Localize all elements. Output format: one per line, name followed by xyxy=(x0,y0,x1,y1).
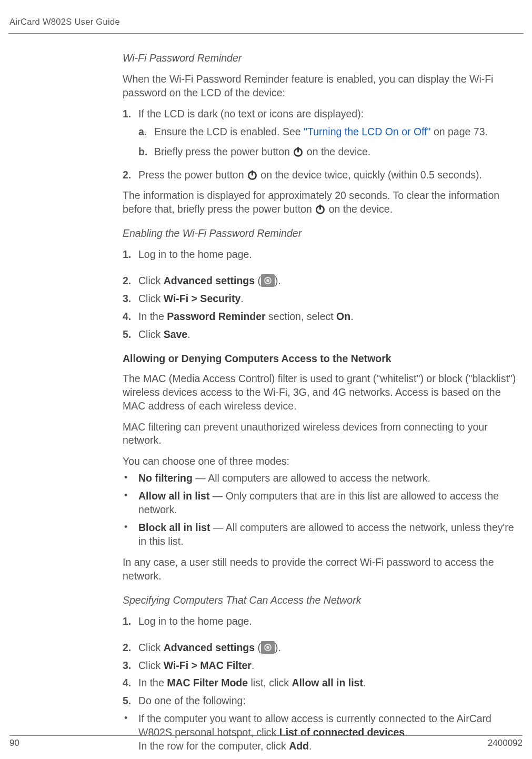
mac-para-1: The MAC (Media Access Control) filter is… xyxy=(123,372,518,413)
intro-para: When the Wi-Fi Password Reminder feature… xyxy=(123,73,518,100)
step-letter: b. xyxy=(138,145,154,159)
ui-label-advanced-settings: Advanced settings xyxy=(164,275,255,286)
enable-step-2: 2. Click Advanced settings (). xyxy=(123,274,518,288)
text: The information is displayed for approxi… xyxy=(123,189,499,215)
spec-step-4: 4. In the MAC Filter Mode list, click Al… xyxy=(123,676,518,690)
step-number: 1. xyxy=(123,248,138,262)
ui-label-password-reminder: Password Reminder xyxy=(167,311,265,322)
text: . xyxy=(252,660,254,671)
step-letter: a. xyxy=(138,125,154,139)
step-text: Click Save. xyxy=(138,328,518,342)
ui-label-mac-filter-mode: MAC Filter Mode xyxy=(167,677,248,688)
note-para: The information is displayed for approxi… xyxy=(123,189,518,216)
text: list, click xyxy=(248,677,292,688)
step-number: 2. xyxy=(123,641,138,655)
mode-label: Block all in list xyxy=(138,522,210,533)
gear-icon xyxy=(261,641,275,654)
section-allow-deny: Allowing or Denying Computers Access to … xyxy=(123,352,518,366)
enable-step-3: 3. Click Wi-Fi > Security. xyxy=(123,292,518,306)
power-icon xyxy=(293,146,304,157)
step-text: Click Advanced settings (). xyxy=(138,641,518,655)
step-number: 4. xyxy=(123,676,138,690)
text: In the xyxy=(138,677,167,688)
header-rule xyxy=(8,33,524,34)
gear-icon xyxy=(261,274,275,287)
bullet-dot: • xyxy=(123,490,138,517)
text: Click xyxy=(138,642,164,653)
mode-allow-all: • Allow all in list — Only computers tha… xyxy=(123,490,518,517)
bullet-dot: • xyxy=(123,521,138,548)
text: on page 73. xyxy=(430,126,487,137)
svg-rect-3 xyxy=(252,170,253,175)
step-text: Do one of the following: xyxy=(138,694,518,708)
step-number: 1. xyxy=(123,107,138,121)
step-text: Log in to the home page. xyxy=(138,248,518,262)
text: . xyxy=(350,311,353,322)
enable-step-5: 5. Click Save. xyxy=(123,328,518,342)
mode-no-filtering: • No filtering — All computers are allow… xyxy=(123,472,518,485)
step-text: If the LCD is dark (no text or icons are… xyxy=(138,107,518,121)
text: Briefly press the power button xyxy=(154,146,293,157)
page-number: 90 xyxy=(9,738,19,748)
text: Click xyxy=(138,328,164,340)
text: Press the power button xyxy=(138,169,247,181)
ui-option-on: On xyxy=(336,311,350,322)
page-footer: 90 2400092 xyxy=(9,735,523,748)
power-icon xyxy=(247,169,258,181)
text: Click xyxy=(138,293,164,304)
link-turning-lcd-on-off[interactable]: "Turning the LCD On or Off" xyxy=(304,126,430,137)
text: ). xyxy=(275,642,281,653)
text: . xyxy=(363,677,366,688)
text: ( xyxy=(255,642,261,653)
spec-step-1: 1. Log in to the home page. xyxy=(123,615,518,628)
text: Click xyxy=(138,275,164,286)
running-header: AirCard W802S User Guide xyxy=(9,17,523,27)
mode-text: No filtering — All computers are allowed… xyxy=(138,472,518,485)
step-text: Log in to the home page. xyxy=(138,615,518,628)
text: — All computers are allowed to access th… xyxy=(193,472,430,484)
page-content: Wi-Fi Password Reminder When the Wi-Fi P… xyxy=(123,52,518,753)
step-1b: b. Briefly press the power button on the… xyxy=(138,145,518,159)
step-number: 2. xyxy=(123,274,138,288)
enable-step-4: 4. In the Password Reminder section, sel… xyxy=(123,310,518,324)
bullet-dot: • xyxy=(123,472,138,485)
step-text: Click Advanced settings (). xyxy=(138,274,518,288)
ui-option-allow-all: Allow all in list xyxy=(292,677,363,688)
mode-block-all: • Block all in list — All computers are … xyxy=(123,521,518,548)
power-icon xyxy=(315,204,326,215)
mac-para-4: In any case, a user still needs to provi… xyxy=(123,556,518,583)
step-text: In the Password Reminder section, select… xyxy=(138,310,518,324)
text: ( xyxy=(255,275,261,286)
text: Ensure the LCD is enabled. See xyxy=(154,126,304,137)
step-number: 3. xyxy=(123,659,138,673)
subhead-wifi-password-reminder: Wi-Fi Password Reminder xyxy=(123,52,518,65)
header-title: AirCard W802S User Guide xyxy=(9,17,120,26)
step-number: 5. xyxy=(123,694,138,708)
step-1: 1. If the LCD is dark (no text or icons … xyxy=(123,107,518,121)
text: on the device. xyxy=(304,146,370,157)
ui-label-advanced-settings: Advanced settings xyxy=(164,642,255,653)
step-text: In the MAC Filter Mode list, click Allow… xyxy=(138,676,518,690)
spec-step-3: 3. Click Wi-Fi > MAC Filter. xyxy=(123,659,518,673)
text: . xyxy=(240,293,243,304)
step-number: 1. xyxy=(123,615,138,628)
mac-para-2: MAC filtering can prevent unauthorized w… xyxy=(123,421,518,448)
ui-path-wifi-security: Wi-Fi > Security xyxy=(164,293,241,304)
step-number: 2. xyxy=(123,168,138,182)
text: ). xyxy=(275,275,281,286)
step-text: Click Wi-Fi > MAC Filter. xyxy=(138,659,518,673)
text: section, select xyxy=(266,311,336,322)
text: In the xyxy=(138,311,167,322)
step-1a: a. Ensure the LCD is enabled. See "Turni… xyxy=(138,125,518,139)
step-text: Ensure the LCD is enabled. See "Turning … xyxy=(154,125,518,139)
step-number: 5. xyxy=(123,328,138,342)
step-text: Click Wi-Fi > Security. xyxy=(138,292,518,306)
mode-text: Allow all in list — Only computers that … xyxy=(138,490,518,517)
mac-para-3: You can choose one of three modes: xyxy=(123,455,518,468)
step-text: Briefly press the power button on the de… xyxy=(154,145,518,159)
subhead-enabling-reminder: Enabling the Wi-Fi Password Reminder xyxy=(123,227,518,241)
mode-text: Block all in list — All computers are al… xyxy=(138,521,518,548)
ui-path-wifi-mac-filter: Wi-Fi > MAC Filter xyxy=(164,660,252,671)
text: Click xyxy=(138,660,164,671)
mode-label: Allow all in list xyxy=(138,490,209,502)
